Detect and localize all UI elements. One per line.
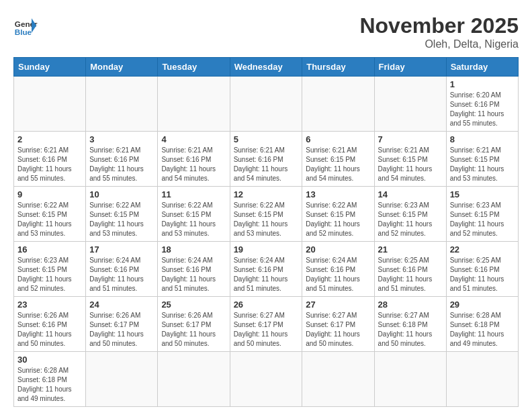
cell-info: Sunrise: 6:21 AM Sunset: 6:15 PM Dayligh…	[306, 146, 370, 183]
day-number: 6	[306, 134, 370, 144]
calendar-cell	[14, 77, 86, 132]
calendar-table: SundayMondayTuesdayWednesdayThursdayFrid…	[13, 57, 519, 407]
logo: General Blue	[13, 13, 38, 38]
calendar-cell: 3Sunrise: 6:21 AM Sunset: 6:16 PM Daylig…	[86, 132, 158, 187]
day-number: 29	[450, 300, 515, 310]
calendar-week-row: 30Sunrise: 6:28 AM Sunset: 6:18 PM Dayli…	[14, 352, 519, 407]
cell-info: Sunrise: 6:23 AM Sunset: 6:15 PM Dayligh…	[17, 256, 82, 293]
calendar-cell: 17Sunrise: 6:24 AM Sunset: 6:16 PM Dayli…	[86, 242, 158, 297]
calendar-cell	[302, 77, 374, 132]
calendar-cell: 19Sunrise: 6:24 AM Sunset: 6:16 PM Dayli…	[230, 242, 302, 297]
weekday-header-sunday: Sunday	[14, 58, 86, 77]
cell-info: Sunrise: 6:21 AM Sunset: 6:16 PM Dayligh…	[161, 146, 226, 183]
day-number: 11	[161, 189, 226, 199]
calendar-cell: 27Sunrise: 6:27 AM Sunset: 6:17 PM Dayli…	[302, 297, 374, 352]
day-number: 10	[89, 189, 154, 199]
calendar-week-row: 1Sunrise: 6:20 AM Sunset: 6:16 PM Daylig…	[14, 77, 519, 132]
day-number: 16	[17, 244, 82, 255]
day-number: 28	[378, 300, 443, 310]
calendar-cell: 9Sunrise: 6:22 AM Sunset: 6:15 PM Daylig…	[14, 187, 86, 242]
calendar-cell: 13Sunrise: 6:22 AM Sunset: 6:15 PM Dayli…	[302, 187, 374, 242]
calendar-cell	[302, 352, 374, 407]
calendar-cell	[374, 352, 446, 407]
cell-info: Sunrise: 6:22 AM Sunset: 6:15 PM Dayligh…	[89, 201, 154, 238]
title-block: November 2025 Oleh, Delta, Nigeria	[359, 13, 519, 50]
calendar-week-row: 23Sunrise: 6:26 AM Sunset: 6:16 PM Dayli…	[14, 297, 519, 352]
cell-info: Sunrise: 6:21 AM Sunset: 6:16 PM Dayligh…	[89, 146, 154, 183]
day-number: 1	[450, 79, 515, 89]
day-number: 14	[378, 189, 443, 199]
day-number: 30	[17, 355, 82, 365]
calendar-cell	[446, 352, 518, 407]
cell-info: Sunrise: 6:26 AM Sunset: 6:17 PM Dayligh…	[161, 311, 226, 349]
calendar-cell: 29Sunrise: 6:28 AM Sunset: 6:18 PM Dayli…	[446, 297, 518, 352]
calendar-cell	[158, 352, 230, 407]
cell-info: Sunrise: 6:21 AM Sunset: 6:16 PM Dayligh…	[234, 146, 299, 183]
calendar-cell: 11Sunrise: 6:22 AM Sunset: 6:15 PM Dayli…	[158, 187, 230, 242]
cell-info: Sunrise: 6:28 AM Sunset: 6:18 PM Dayligh…	[450, 311, 515, 349]
calendar-cell: 12Sunrise: 6:22 AM Sunset: 6:15 PM Dayli…	[230, 187, 302, 242]
day-number: 21	[378, 244, 443, 255]
cell-info: Sunrise: 6:22 AM Sunset: 6:15 PM Dayligh…	[17, 201, 82, 238]
cell-info: Sunrise: 6:25 AM Sunset: 6:16 PM Dayligh…	[378, 256, 443, 293]
day-number: 2	[17, 134, 82, 144]
calendar-cell: 22Sunrise: 6:25 AM Sunset: 6:16 PM Dayli…	[446, 242, 518, 297]
cell-info: Sunrise: 6:24 AM Sunset: 6:16 PM Dayligh…	[234, 256, 299, 293]
location: Oleh, Delta, Nigeria	[359, 38, 519, 50]
calendar-cell: 30Sunrise: 6:28 AM Sunset: 6:18 PM Dayli…	[14, 352, 86, 407]
weekday-header-row: SundayMondayTuesdayWednesdayThursdayFrid…	[14, 58, 519, 77]
calendar-cell: 24Sunrise: 6:26 AM Sunset: 6:17 PM Dayli…	[86, 297, 158, 352]
cell-info: Sunrise: 6:26 AM Sunset: 6:17 PM Dayligh…	[89, 311, 154, 349]
day-number: 12	[234, 189, 299, 199]
calendar-cell: 7Sunrise: 6:21 AM Sunset: 6:15 PM Daylig…	[374, 132, 446, 187]
weekday-header-wednesday: Wednesday	[230, 58, 302, 77]
cell-info: Sunrise: 6:23 AM Sunset: 6:15 PM Dayligh…	[378, 201, 443, 238]
calendar-cell: 2Sunrise: 6:21 AM Sunset: 6:16 PM Daylig…	[14, 132, 86, 187]
cell-info: Sunrise: 6:21 AM Sunset: 6:16 PM Dayligh…	[17, 146, 82, 183]
weekday-header-tuesday: Tuesday	[158, 58, 230, 77]
day-number: 25	[161, 300, 226, 310]
calendar-cell: 14Sunrise: 6:23 AM Sunset: 6:15 PM Dayli…	[374, 187, 446, 242]
calendar-week-row: 9Sunrise: 6:22 AM Sunset: 6:15 PM Daylig…	[14, 187, 519, 242]
calendar-cell	[230, 77, 302, 132]
calendar-cell: 18Sunrise: 6:24 AM Sunset: 6:16 PM Dayli…	[158, 242, 230, 297]
day-number: 24	[89, 300, 154, 310]
calendar-cell: 25Sunrise: 6:26 AM Sunset: 6:17 PM Dayli…	[158, 297, 230, 352]
cell-info: Sunrise: 6:22 AM Sunset: 6:15 PM Dayligh…	[161, 201, 226, 238]
day-number: 22	[450, 244, 515, 255]
day-number: 27	[306, 300, 370, 310]
month-title: November 2025	[359, 13, 519, 38]
day-number: 20	[306, 244, 370, 255]
cell-info: Sunrise: 6:24 AM Sunset: 6:16 PM Dayligh…	[306, 256, 370, 293]
page-header: General Blue November 2025 Oleh, Delta, …	[13, 13, 519, 50]
calendar-cell: 20Sunrise: 6:24 AM Sunset: 6:16 PM Dayli…	[302, 242, 374, 297]
day-number: 4	[161, 134, 226, 144]
day-number: 8	[450, 134, 515, 144]
weekday-header-monday: Monday	[86, 58, 158, 77]
day-number: 26	[234, 300, 299, 310]
calendar-week-row: 16Sunrise: 6:23 AM Sunset: 6:15 PM Dayli…	[14, 242, 519, 297]
calendar-cell: 8Sunrise: 6:21 AM Sunset: 6:15 PM Daylig…	[446, 132, 518, 187]
cell-info: Sunrise: 6:26 AM Sunset: 6:16 PM Dayligh…	[17, 311, 82, 349]
cell-info: Sunrise: 6:28 AM Sunset: 6:18 PM Dayligh…	[17, 366, 82, 404]
cell-info: Sunrise: 6:23 AM Sunset: 6:15 PM Dayligh…	[450, 201, 515, 238]
day-number: 18	[161, 244, 226, 255]
day-number: 15	[450, 189, 515, 199]
calendar-cell: 23Sunrise: 6:26 AM Sunset: 6:16 PM Dayli…	[14, 297, 86, 352]
cell-info: Sunrise: 6:22 AM Sunset: 6:15 PM Dayligh…	[306, 201, 370, 238]
calendar-cell: 16Sunrise: 6:23 AM Sunset: 6:15 PM Dayli…	[14, 242, 86, 297]
day-number: 19	[234, 244, 299, 255]
cell-info: Sunrise: 6:25 AM Sunset: 6:16 PM Dayligh…	[450, 256, 515, 293]
day-number: 7	[378, 134, 443, 144]
day-number: 5	[234, 134, 299, 144]
calendar-cell: 10Sunrise: 6:22 AM Sunset: 6:15 PM Dayli…	[86, 187, 158, 242]
weekday-header-thursday: Thursday	[302, 58, 374, 77]
cell-info: Sunrise: 6:27 AM Sunset: 6:18 PM Dayligh…	[378, 311, 443, 349]
calendar-cell	[374, 77, 446, 132]
calendar-cell	[158, 77, 230, 132]
logo-icon: General Blue	[13, 13, 38, 38]
svg-text:Blue: Blue	[15, 28, 32, 36]
cell-info: Sunrise: 6:21 AM Sunset: 6:15 PM Dayligh…	[450, 146, 515, 183]
cell-info: Sunrise: 6:22 AM Sunset: 6:15 PM Dayligh…	[234, 201, 299, 238]
cell-info: Sunrise: 6:27 AM Sunset: 6:17 PM Dayligh…	[234, 311, 299, 349]
